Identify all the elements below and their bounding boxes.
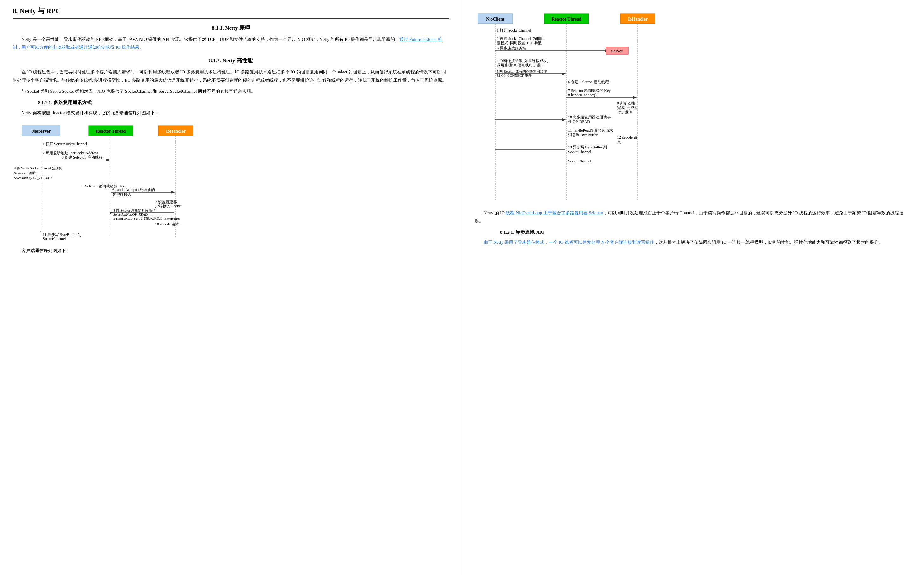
svg-text:6 handleAccept() 处理新的: 6 handleAccept() 处理新的 xyxy=(113,187,155,192)
netty-io-link1[interactable]: 线程 NioEventLoop 由于聚合了多路复用器 Selector xyxy=(506,211,603,215)
server-diagram-container: NioServer Reactor Thread IoHandler 1 打开 … xyxy=(13,122,449,241)
section-811-title: 8.1.1. Netty 原理 xyxy=(13,24,449,32)
svg-text:4 判断连接结果, 如果连接成功,: 4 判断连接结果, 如果连接成功, xyxy=(497,59,548,63)
svg-text:IoHandler: IoHandler xyxy=(628,17,648,22)
svg-text:Server: Server xyxy=(611,48,623,53)
svg-text:10 decode 请求:: 10 decode 请求: xyxy=(155,222,180,226)
svg-text:SocketChannel: SocketChannel xyxy=(568,159,591,164)
netty-io-p1: Netty 的 IO 线程 NioEventLoop 由于聚合了多路复用器 Se… xyxy=(475,209,911,225)
svg-text:11 异步写 ByteBuffer 到: 11 异步写 ByteBuffer 到 xyxy=(43,232,81,237)
svg-text:完成, 完成执: 完成, 完成执 xyxy=(617,105,638,110)
svg-text:Selector，监听: Selector，监听 xyxy=(14,171,36,175)
svg-text:2 绑定监听地址 InetSocketAddress: 2 绑定监听地址 InetSocketAddress xyxy=(43,151,98,155)
svg-text:SocketChannel: SocketChannel xyxy=(43,237,66,240)
section-8121-title: 8.1.2.1. 多路复用通讯方式 xyxy=(13,100,449,106)
svg-text:户端接的 Socket: 户端接的 Socket xyxy=(155,204,182,208)
client-diagram-container: NioClient Reactor Thread IoHandler 1 打开 … xyxy=(475,12,911,203)
svg-text:4 将 ServerSocketChannel 注册到: 4 将 ServerSocketChannel 注册到 xyxy=(14,166,62,170)
svg-text:8 向 Selctor 注册监听读操作: 8 向 Selctor 注册监听读操作 xyxy=(113,208,156,212)
section-nio-title: 8.1.2.1. 异步通讯 NIO xyxy=(475,229,911,235)
nio-p1: 由于 Netty 采用了异步通信模式，一个 IO 线程可以并发处理 N 个客户端… xyxy=(475,238,911,246)
svg-text:5 向 Reactor 线程的多路复用器注: 5 向 Reactor 线程的多路复用器注 xyxy=(497,69,547,73)
svg-text:9 handleRead() 异步读请求消息到 ByteBu: 9 handleRead() 异步读请求消息到 ByteBuffer xyxy=(113,216,180,221)
svg-text:Reactor Thread: Reactor Thread xyxy=(552,17,582,22)
svg-text:调用步骤10; 否则执行步骤5: 调用步骤10; 否则执行步骤5 xyxy=(497,63,543,67)
nio-text1: ，这从根本上解决了传统同步阻塞 IO 一连接一线程模型，架构的性能、弹性伸缩能力… xyxy=(654,240,883,245)
section-811-p1: Netty 是一个高性能、异步事件驱动的 NIO 框架，基于 JAVA NIO … xyxy=(13,35,449,51)
s811-text1: Netty 是一个高性能、异步事件驱动的 NIO 框架，基于 JAVA NIO … xyxy=(22,37,399,42)
svg-text:Reactor Thread: Reactor Thread xyxy=(96,129,126,133)
svg-text:3 创建 Selector, 启动线程: 3 创建 Selector, 启动线程 xyxy=(62,155,103,160)
svg-text:件 OP_READ: 件 OP_READ xyxy=(568,119,590,124)
svg-text:12 decode 请: 12 decode 请 xyxy=(617,135,637,140)
svg-text:NioServer: NioServer xyxy=(32,129,51,133)
svg-text:SelectionKey.OP_READ: SelectionKey.OP_READ xyxy=(113,213,148,216)
svg-text:SocketChannel: SocketChannel xyxy=(568,150,591,154)
svg-text:7 设置新建客: 7 设置新建客 xyxy=(155,200,177,204)
svg-text:9 判断连接:: 9 判断连接: xyxy=(617,101,636,105)
svg-text:1 打开 SocketChannel: 1 打开 SocketChannel xyxy=(497,28,531,33)
right-panel: NioClient Reactor Thread IoHandler 1 打开 … xyxy=(462,0,924,575)
svg-text:消息到 ByteBuffer: 消息到 ByteBuffer xyxy=(568,133,597,137)
s811-text2: 。 xyxy=(139,45,144,50)
svg-text:塞模式, 同时设置 TCP 参数: 塞模式, 同时设置 TCP 参数 xyxy=(497,41,542,45)
server-sequence-diagram: NioServer Reactor Thread IoHandler 1 打开 … xyxy=(13,122,203,240)
svg-text:3 异步连接服务端: 3 异步连接服务端 xyxy=(497,46,526,50)
svg-text:13 异步写 ByteBuffer 到: 13 异步写 ByteBuffer 到 xyxy=(568,145,607,149)
client-sequence-diagram: NioClient Reactor Thread IoHandler 1 打开 … xyxy=(475,12,671,202)
svg-text:1 打开 ServerSocketChannel: 1 打开 ServerSocketChannel xyxy=(43,142,87,146)
netty-io-text1: Netty 的 IO xyxy=(484,211,506,215)
main-title: 8. Netty 与 RPC xyxy=(13,6,449,19)
section-8121-client-intro: 客户端通信序列图如下： xyxy=(13,247,449,254)
svg-text:10 向多路复用器注册读事: 10 向多路复用器注册读事 xyxy=(568,115,611,119)
nio-link1[interactable]: 由于 Netty 采用了异步通信模式，一个 IO 线程可以并发处理 N 个客户端… xyxy=(484,240,654,245)
svg-text:行步骤 10: 行步骤 10 xyxy=(617,110,633,114)
svg-text:2 设置 SocketChannel 为非阻: 2 设置 SocketChannel 为非阻 xyxy=(497,37,544,41)
svg-text:NioClient: NioClient xyxy=(486,17,505,22)
svg-text:SelectionKey.OP_ACCEPT: SelectionKey.OP_ACCEPT xyxy=(14,176,52,179)
section-812-title: 8.1.2. Netty 高性能 xyxy=(13,57,449,64)
section-812-p2: 与 Socket 类和 ServerSocket 类相对应，NIO 也提供了 S… xyxy=(13,87,449,95)
svg-text:6 创建 Selector, 启动线程: 6 创建 Selector, 启动线程 xyxy=(568,80,609,84)
svg-text:册 OP_CONNECT 事件: 册 OP_CONNECT 事件 xyxy=(497,73,532,77)
svg-text:客户端接入: 客户端接入 xyxy=(113,192,132,197)
svg-text:8 handerConnect(): 8 handerConnect() xyxy=(568,93,597,97)
svg-text:7 Selector 轮询就绪的 Key: 7 Selector 轮询就绪的 Key xyxy=(568,88,611,93)
section-812-p1: 在 IO 编程过程中，当需要同时处理多个客户端接入请求时，可以利用多线程或者 I… xyxy=(13,68,449,84)
left-panel: 8. Netty 与 RPC 8.1.1. Netty 原理 Netty 是一个… xyxy=(0,0,462,575)
section-8121-intro: Netty 架构按照 Reactor 模式设计和实现，它的服务端通信序列图如下： xyxy=(13,109,449,117)
svg-text:IoHandler: IoHandler xyxy=(166,129,186,133)
svg-text:息: 息 xyxy=(617,140,621,145)
svg-text:11 handleRead() 异步读请求: 11 handleRead() 异步读请求 xyxy=(568,128,613,133)
